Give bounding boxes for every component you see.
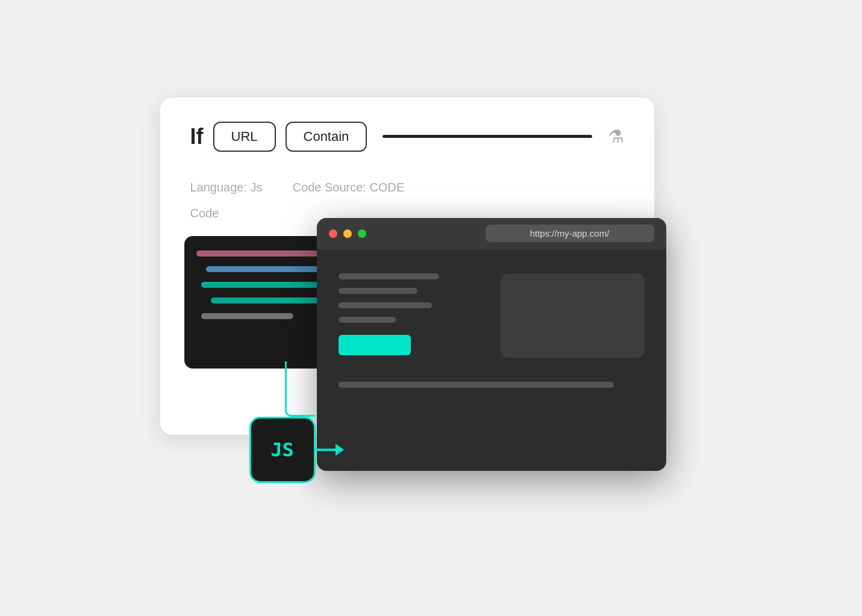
url-bar[interactable]: https://my-app.com/ bbox=[486, 225, 654, 242]
browser-content bbox=[317, 249, 666, 382]
js-text: JS bbox=[270, 438, 294, 461]
url-button[interactable]: URL bbox=[213, 122, 276, 152]
browser-bottom bbox=[317, 382, 666, 388]
beaker-icon[interactable]: ⚗ bbox=[608, 126, 624, 147]
js-arrow bbox=[314, 449, 343, 451]
language-label: Language: Js bbox=[190, 181, 263, 194]
content-bar-1 bbox=[339, 273, 439, 279]
input-line bbox=[383, 135, 592, 138]
browser-window: https://my-app.com/ bbox=[317, 218, 666, 471]
code-line-5 bbox=[201, 313, 293, 319]
cta-button[interactable] bbox=[339, 335, 411, 355]
meta-row: Language: Js Code Source: CODE bbox=[190, 181, 624, 194]
if-row: If URL Contain ⚗ bbox=[190, 122, 624, 152]
traffic-dot-yellow[interactable] bbox=[343, 229, 352, 238]
content-bar-4 bbox=[339, 317, 396, 323]
js-icon: JS bbox=[249, 417, 316, 483]
code-line-2 bbox=[206, 266, 319, 272]
traffic-dot-red[interactable] bbox=[329, 229, 337, 238]
bottom-bar bbox=[339, 382, 614, 388]
contain-button[interactable]: Contain bbox=[286, 122, 367, 152]
scene: If URL Contain ⚗ Language: Js Code Sourc… bbox=[160, 98, 702, 519]
if-label: If bbox=[190, 124, 204, 149]
content-bar-3 bbox=[339, 302, 432, 308]
connector-line bbox=[285, 361, 315, 417]
content-right bbox=[501, 273, 645, 358]
code-source-label: Code Source: CODE bbox=[293, 181, 405, 194]
js-icon-wrapper: JS bbox=[249, 417, 316, 483]
content-left bbox=[339, 273, 483, 355]
browser-titlebar: https://my-app.com/ bbox=[317, 218, 666, 249]
content-bar-2 bbox=[339, 288, 417, 294]
traffic-dot-green[interactable] bbox=[358, 229, 366, 238]
